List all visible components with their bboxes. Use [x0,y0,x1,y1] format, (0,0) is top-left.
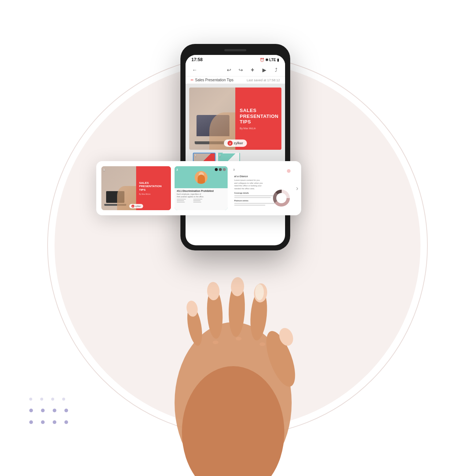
svg-point-8 [276,193,287,203]
slide-panel: SALESPRESENTATIONTIPS By Max McLin 1 z z… [96,161,301,215]
ps2-text: Each employee, regardless oftheir positi… [177,193,225,202]
battery-icon: ▮ [277,58,279,62]
thumb-num: 1 [195,154,196,157]
dot [29,420,33,424]
ps1-title: SALESPRESENTATIONTIPS [139,181,168,192]
lte-indicator: LTE [269,58,276,62]
slide-area: SALES PRESENTATION TIPS By Max McLin z z… [186,84,285,174]
ps3-num: 3 [233,168,235,171]
dot [41,420,45,424]
ps1-red-box: SALESPRESENTATIONTIPS By Max McLin [136,166,171,210]
brand-name: zylker [234,141,243,145]
panel-slide-1[interactable]: SALESPRESENTATIONTIPS By Max McLin 1 z z… [101,166,171,210]
ps1-num: 1 [103,168,105,171]
dot [53,420,56,424]
decorative-dots [29,398,68,432]
last-saved: Last saved at 17:58:12 [247,78,280,82]
ps2-title: #3.1 Discrimination Prohibited [177,190,225,192]
ps2-bottom-section: #3.1 Discrimination Prohibited Each empl… [175,188,228,210]
thumb-num: 2 [219,154,221,157]
filename-left: ✏ Sales Presentation Tips [191,78,233,82]
ps3-heading: at a Glance [234,175,291,178]
filename-bar: ✏ Sales Presentation Tips Last saved at … [186,77,285,84]
status-bar: 17:58 ⏰ ✱ LTE ▮ [186,55,285,64]
main-slide[interactable]: SALES PRESENTATION TIPS By Max McLin z z… [189,88,281,150]
panel-slide-3-bg: 3 at a Glance Lorem ipsum content for yo… [231,166,293,210]
add-button[interactable]: + [248,66,257,74]
dot [64,409,68,412]
phone-notch [224,49,246,51]
color-circles [215,168,226,171]
dot [51,398,54,401]
bluetooth-icon: ✱ [265,58,268,62]
play-button[interactable]: ▶ [260,66,268,74]
document-title[interactable]: Sales Presentation Tips [195,78,233,82]
share-button[interactable]: ⤴ [272,66,280,74]
dot [41,409,45,412]
toolbar-left: ← [191,66,199,74]
dot [29,409,33,412]
panel-more-indicator[interactable]: › [296,185,298,192]
dot [64,420,68,424]
toolbar-center: ↩ ↪ + ▶ ⤴ [225,66,280,74]
alarm-icon: ⏰ [260,58,264,62]
person-body [198,175,205,184]
redo-button[interactable]: ↪ [237,66,245,74]
dot [62,398,65,401]
panel-slide-3[interactable]: 3 at a Glance Lorem ipsum content for yo… [231,166,293,210]
back-button[interactable]: ← [191,66,199,74]
dot [40,398,43,401]
person-avatar [195,171,207,184]
slide-title: SALES PRESENTATION TIPS [240,108,277,125]
slide-byline: By Max McLin [240,127,277,130]
app-toolbar: ← ↩ ↪ + ▶ ⤴ [186,64,285,77]
dot [29,398,32,401]
brand-icon: z [228,141,233,146]
phone-body: 17:58 ⏰ ✱ LTE ▮ ← ↩ ↪ + ▶ ⤴ [180,44,290,250]
panel-slide-2-bg: 2 #3.1 Discrimination Prohibited Each em… [175,166,228,210]
dot [53,409,56,412]
edit-icon: ✏ [191,78,194,82]
status-time: 17:58 [191,57,203,62]
ps2-num: 2 [176,168,178,171]
ps3-accent-dot [287,169,291,173]
panel-slide-1-bg: SALESPRESENTATIONTIPS By Max McLin 1 z z… [101,166,171,210]
panel-slide-2[interactable]: 2 #3.1 Discrimination Prohibited Each em… [175,166,228,210]
undo-button[interactable]: ↩ [225,66,233,74]
donut-chart [272,189,291,207]
brand-badge: z zylker [224,140,247,147]
status-icons: ⏰ ✱ LTE ▮ [260,58,279,62]
phone-mockup: 17:58 ⏰ ✱ LTE ▮ ← ↩ ↪ + ▶ ⤴ [180,44,290,250]
phone-screen: 17:58 ⏰ ✱ LTE ▮ ← ↩ ↪ + ▶ ⤴ [186,55,285,245]
